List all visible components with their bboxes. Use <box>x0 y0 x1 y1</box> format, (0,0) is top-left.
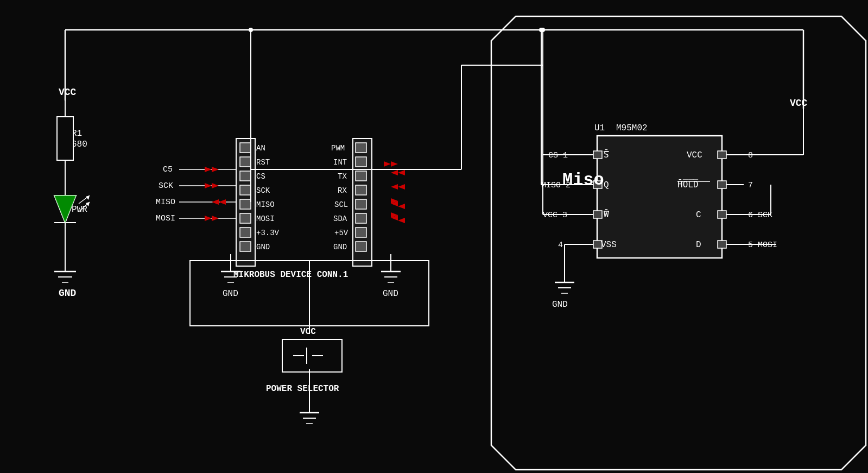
pin-d-label: D <box>696 240 701 250</box>
svg-rect-47 <box>356 199 366 209</box>
svg-rect-89 <box>593 211 602 218</box>
net-mosi-l: MOSI <box>156 214 175 223</box>
pin7-label: 7 <box>748 181 753 190</box>
pin-hold-label: H̄O̅L̅D̅ <box>677 179 699 190</box>
svg-point-127 <box>539 28 543 32</box>
pin-w-label: W̄ <box>604 209 609 220</box>
svg-rect-46 <box>356 185 366 195</box>
pin-sda: SDA <box>333 215 347 223</box>
gnd-right-connector: GND <box>383 289 398 299</box>
net-sck-l: SCK <box>159 181 173 191</box>
svg-rect-97 <box>718 211 726 218</box>
pin-pwm: PWM <box>331 144 345 153</box>
pin4-label: 4 <box>558 241 563 250</box>
svg-rect-41 <box>240 242 251 251</box>
pin-5v: +5V <box>334 229 349 237</box>
svg-rect-45 <box>356 171 366 181</box>
svg-rect-40 <box>240 228 251 237</box>
pin6-sck-label: 6 SCK <box>748 211 772 220</box>
pin-gnd-l: GND <box>256 243 270 251</box>
pin-vcc-r-label: VCC <box>687 150 702 160</box>
pin-scl: SCL <box>334 200 348 209</box>
schematic-view: VCC R1 680 PWR GND VCC <box>0 0 868 473</box>
schematic-svg: VCC R1 680 PWR GND VCC <box>0 0 868 473</box>
svg-rect-39 <box>240 213 251 223</box>
pin-rst: RST <box>256 158 270 167</box>
svg-rect-38 <box>240 199 251 209</box>
svg-rect-95 <box>718 181 726 188</box>
power-selector-label: POWER SELECTOR <box>266 384 339 394</box>
pin-gnd-r: GND <box>333 243 347 251</box>
mikrobus-label: MIKROBUS DEVICE CONN.1 <box>233 270 348 280</box>
pin-vss-label: VSS <box>601 240 617 250</box>
miso-text: Miso <box>562 170 604 190</box>
svg-rect-35 <box>240 157 251 167</box>
svg-rect-36 <box>240 171 251 181</box>
gnd-left-connector: GND <box>223 289 238 299</box>
pin-cs: CS <box>256 172 265 181</box>
svg-rect-48 <box>356 213 366 223</box>
svg-rect-50 <box>356 242 366 251</box>
svg-rect-37 <box>240 185 251 195</box>
pin-int: INT <box>333 158 347 167</box>
svg-rect-99 <box>718 241 726 248</box>
vcc-label-left: VCC <box>59 87 77 98</box>
vcc-3-label: VCC 3 <box>543 211 567 220</box>
pin-miso: MISO <box>256 200 275 209</box>
svg-rect-85 <box>593 151 602 159</box>
vcc-power-label: VCC <box>300 327 316 337</box>
svg-rect-49 <box>356 228 366 237</box>
svg-rect-43 <box>356 143 366 153</box>
pin-3v3: +3.3V <box>256 229 280 237</box>
pin-q-label: Q <box>604 180 609 190</box>
vcc-label-right: VCC <box>790 98 808 109</box>
ic-u1-label: U1 <box>594 123 605 133</box>
svg-rect-2 <box>57 117 73 160</box>
net-c5: C5 <box>163 165 173 174</box>
pin-an: AN <box>256 144 265 153</box>
pin-tx: TX <box>338 172 347 181</box>
cs-net-label: CS 1 <box>548 151 568 160</box>
pin-rx: RX <box>338 186 347 195</box>
ic-part-label: M95M02 <box>616 123 648 133</box>
pin8-label: 8 <box>748 151 753 160</box>
svg-rect-34 <box>240 143 251 153</box>
net-miso-l: MISO <box>156 198 175 207</box>
svg-rect-44 <box>356 157 366 167</box>
pin-mosi: MOSI <box>256 215 275 223</box>
svg-rect-0 <box>0 0 868 473</box>
gnd-ic-label: GND <box>552 300 568 310</box>
svg-rect-93 <box>718 151 726 159</box>
pin-sck: SCK <box>256 186 270 195</box>
r1-value: 680 <box>72 140 87 149</box>
pin-c-label: C <box>696 210 701 220</box>
pin5-mosi-label: 5 MOSI <box>748 241 777 250</box>
pin-s-label: S̄ <box>604 149 609 160</box>
gnd-label-left: GND <box>59 288 77 299</box>
